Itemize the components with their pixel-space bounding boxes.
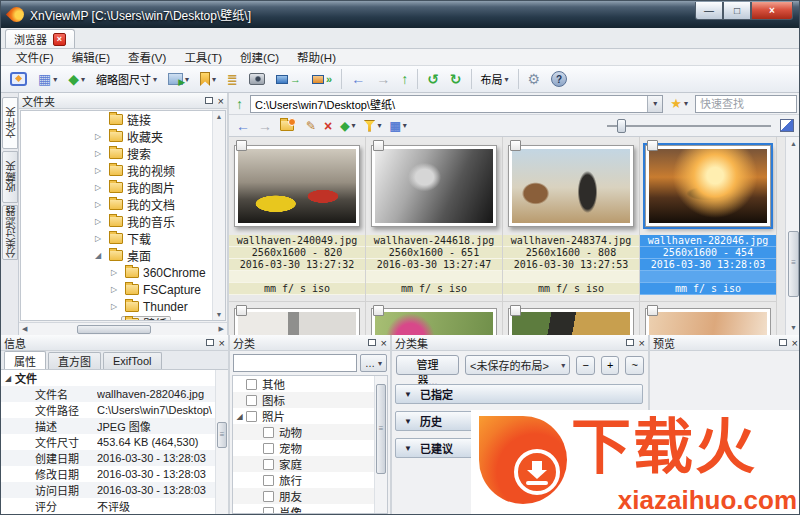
scroll-down-icon[interactable]: ▼ xyxy=(786,321,800,335)
thumbnail-frame[interactable] xyxy=(234,145,360,227)
slider-handle[interactable] xyxy=(617,119,626,133)
folder-tree-item[interactable]: ▷ 我的图片 xyxy=(21,179,225,196)
thumbnail-image[interactable] xyxy=(375,312,493,335)
thumbnail-size-slider[interactable] xyxy=(603,117,775,135)
thumbnail-checkbox[interactable] xyxy=(647,305,658,316)
tree-item-body[interactable]: Thunder xyxy=(121,299,192,315)
folder-tree-item[interactable]: 链接 xyxy=(21,111,225,128)
category-item[interactable]: 旅行 xyxy=(233,472,387,488)
browser-mode-button[interactable] xyxy=(5,68,32,91)
path-combobox[interactable]: ▾ xyxy=(250,95,663,113)
expand-arrow-icon[interactable]: ◢ xyxy=(91,251,105,260)
thumbnail-size-button[interactable]: 缩略图尺寸▾ xyxy=(91,68,162,91)
sort-button[interactable]: ◆▾ xyxy=(63,68,90,91)
hscroll-thumb[interactable] xyxy=(77,325,151,334)
category-item[interactable]: ◢ 照片 xyxy=(233,408,387,424)
info-section-row[interactable]: ◢ 文件 xyxy=(1,370,228,386)
tree-item-body[interactable]: 我的图片 xyxy=(105,180,179,196)
expand-arrow-icon[interactable]: ▷ xyxy=(107,302,121,311)
thumbnail-frame[interactable] xyxy=(234,308,360,335)
category-checkbox[interactable] xyxy=(263,475,274,486)
expand-arrow-icon[interactable]: ▷ xyxy=(91,149,105,158)
section-collapse-icon[interactable]: ▼ xyxy=(404,444,412,453)
expand-arrow-icon[interactable]: ▷ xyxy=(91,200,105,209)
new-folder-button[interactable] xyxy=(277,116,301,135)
section-collapse-icon[interactable]: ▼ xyxy=(404,417,412,426)
tree-item-body[interactable]: FSCapture xyxy=(121,282,205,298)
scroll-right-icon[interactable]: ▶ xyxy=(219,325,224,333)
vscroll-thumb[interactable]: ≡ xyxy=(217,422,227,448)
thumbnail-image[interactable] xyxy=(238,149,356,223)
category-item[interactable]: 朋友 xyxy=(233,488,387,504)
scroll-up-icon[interactable]: ▲ xyxy=(786,137,800,151)
folder-tree-item[interactable]: ▷ 收藏夹 xyxy=(21,128,225,145)
sort-order-button[interactable]: ◆▾ xyxy=(337,116,358,135)
forward-button[interactable]: → xyxy=(371,68,395,91)
thumbnail-frame[interactable] xyxy=(508,145,634,227)
expand-arrow-icon[interactable]: ▷ xyxy=(107,268,121,277)
menu-item[interactable]: 文件(F) xyxy=(7,48,63,66)
folder-tree-item[interactable]: ▷ Thunder xyxy=(21,298,225,315)
thumbnail-cell-partial[interactable] xyxy=(229,302,366,335)
convert-button[interactable]: → xyxy=(271,68,306,91)
folder-tree-item[interactable]: 壁纸 xyxy=(21,315,225,321)
expand-arrow-icon[interactable]: ▷ xyxy=(91,183,105,192)
float-panel-icon[interactable] xyxy=(368,339,376,346)
float-panel-icon[interactable] xyxy=(206,339,214,346)
thumbnail-frame[interactable] xyxy=(645,145,771,227)
info-scrollbar[interactable]: ≡ xyxy=(215,370,228,515)
sidebar-vertical-tab[interactable]: 文件夹 xyxy=(2,97,18,149)
expand-arrow-icon[interactable]: ◢ xyxy=(233,412,246,421)
go-up-button[interactable]: ↑ xyxy=(233,94,246,113)
folder-tree-item[interactable]: ▷ 下载 xyxy=(21,230,225,247)
quick-search-input[interactable] xyxy=(695,95,797,113)
category-item[interactable]: 动物 xyxy=(233,424,387,440)
category-scrollbar[interactable]: ≡ xyxy=(374,376,387,513)
thumbnail-cell[interactable]: wallhaven-282046.jpg 2560x1600 - 454 201… xyxy=(640,137,777,302)
category-set-section[interactable]: ▼ 已指定 xyxy=(395,384,643,404)
category-checkbox[interactable] xyxy=(263,427,274,438)
rotate-right-button[interactable]: ↻ xyxy=(445,68,467,91)
close-panel-icon[interactable]: × xyxy=(219,338,225,348)
add-set-button[interactable]: + xyxy=(601,356,620,375)
thumbnail-frame[interactable] xyxy=(508,308,634,335)
info-tab[interactable]: ExifTool xyxy=(103,352,162,369)
tree-item-body[interactable]: 壁纸 xyxy=(121,316,171,322)
thumbnail-cell[interactable]: wallhaven-248374.jpg 2560x1600 - 808 201… xyxy=(503,137,640,302)
tree-item-body[interactable]: 我的视频 xyxy=(105,163,179,179)
scroll-left-icon[interactable]: ◀ xyxy=(22,325,27,333)
thumbnail-checkbox[interactable] xyxy=(373,305,384,316)
path-dropdown-button[interactable]: ▾ xyxy=(647,96,662,112)
close-panel-icon[interactable]: × xyxy=(218,96,224,106)
thumbnail-cell[interactable]: wallhaven-244618.jpg 2560x1600 - 651 201… xyxy=(366,137,503,302)
thumbnail-checkbox[interactable] xyxy=(236,140,247,151)
folder-tree-button[interactable]: ≣ xyxy=(222,68,243,91)
thumbnail-cell[interactable]: wallhaven-240049.jpg 2560x1600 - 820 201… xyxy=(229,137,366,302)
thumbnail-image[interactable] xyxy=(375,149,493,223)
menu-item[interactable]: 创建(C) xyxy=(231,48,288,66)
rename-button[interactable]: ✎ xyxy=(303,116,319,135)
tree-item-body[interactable]: 搜索 xyxy=(105,146,155,162)
up-button[interactable]: ↑ xyxy=(396,68,413,91)
category-item[interactable]: 宠物 xyxy=(233,440,387,456)
favorites-button[interactable]: ★▾ xyxy=(667,94,691,113)
sidebar-vertical-tab[interactable]: 收藏夹 xyxy=(2,151,18,203)
folder-tree-item[interactable]: ◢ 桌面 xyxy=(21,247,225,264)
view-mode-button[interactable]: ▦▾ xyxy=(33,68,62,91)
folder-tree-item[interactable]: ▷ FSCapture xyxy=(21,281,225,298)
category-checkbox[interactable] xyxy=(263,507,274,515)
category-checkbox[interactable] xyxy=(246,379,257,390)
expand-arrow-icon[interactable]: ▷ xyxy=(91,166,105,175)
category-item[interactable]: 肖像 xyxy=(233,504,387,514)
folder-tree-item[interactable]: ▷ 360Chrome xyxy=(21,264,225,281)
help-button[interactable]: ? xyxy=(546,68,572,91)
thumbnail-image[interactable] xyxy=(512,149,630,223)
thumbnail-image[interactable] xyxy=(649,312,767,335)
tree-item-body[interactable]: 下载 xyxy=(105,231,155,247)
thumbnail-checkbox[interactable] xyxy=(236,305,247,316)
menu-item[interactable]: 编辑(E) xyxy=(63,48,119,66)
menu-item[interactable]: 工具(T) xyxy=(175,48,231,66)
vscroll-thumb[interactable]: ≡ xyxy=(376,384,386,474)
thumbnail-cell-partial[interactable] xyxy=(503,302,640,335)
close-window-button[interactable]: × xyxy=(751,2,793,20)
